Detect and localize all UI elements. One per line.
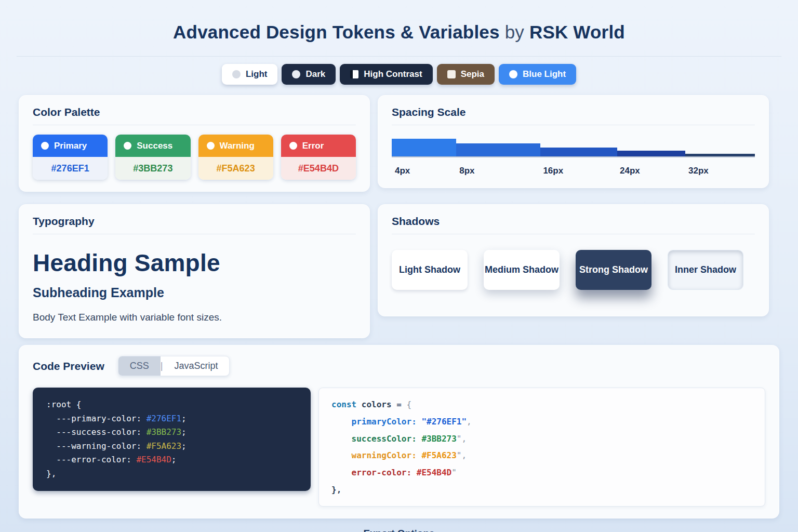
color-palette-card: Color Palette Primary #276EF1 Success #3…	[19, 95, 370, 192]
code-line: },	[331, 482, 752, 499]
spacing-label: 16px	[543, 166, 563, 176]
code-line: successColor: #3BB273",	[331, 431, 752, 448]
page-title: Advanced Design Tokens & Variables by RS…	[0, 22, 798, 43]
code-line: ---success-color: #3BB273;	[46, 425, 297, 440]
theme-label: Light	[246, 69, 268, 79]
keyword: const	[331, 400, 356, 409]
theme-button-light[interactable]: Light	[222, 64, 278, 85]
contrast-icon	[350, 70, 358, 78]
hex-value: #E54B4D	[136, 455, 171, 464]
square-icon	[447, 70, 456, 78]
theme-label: Sepia	[461, 69, 484, 79]
spacing-scale-card: Spacing Scale 4px 8px 16px 24px 32px	[378, 95, 769, 188]
circle-icon	[232, 70, 241, 78]
shadow-box-inner: Inner Shadow	[668, 250, 743, 290]
divider	[392, 125, 755, 125]
spacing-label: 4px	[395, 166, 410, 176]
theme-label: Blue Light	[523, 69, 566, 79]
hex-value: #F5A623	[147, 441, 181, 451]
title-main: Advanced Design Tokens & Variables	[173, 22, 500, 42]
hex-value: "#276EF1"	[417, 417, 467, 427]
spacing-bar-8px	[456, 143, 540, 156]
swatch-label: Primary	[54, 141, 87, 151]
theme-label: High Contrast	[364, 69, 422, 79]
divider	[33, 234, 356, 234]
swatch-hex-value: #E54B4D	[298, 163, 339, 174]
code-line: const colors = {	[331, 396, 752, 414]
shadow-box-strong: Strong Shadow	[576, 250, 651, 290]
css-code-block: :root { ---primary-color: #276EF1; ---su…	[33, 388, 311, 491]
swatch-success[interactable]: Success #3BB273	[115, 135, 190, 180]
spacing-bar-16px	[540, 148, 617, 156]
property-key: primaryColor:	[331, 417, 417, 427]
circle-icon	[207, 142, 215, 150]
theme-button-high-contrast[interactable]: High Contrast	[340, 64, 432, 85]
divider	[33, 125, 356, 125]
swatch-label: Success	[137, 141, 172, 151]
title-by: by	[505, 22, 524, 42]
swatch-error[interactable]: Error #E54B4D	[281, 135, 356, 180]
circle-icon	[509, 70, 517, 78]
circle-icon	[124, 142, 131, 150]
divider	[392, 234, 755, 234]
theme-button-sepia[interactable]: Sepia	[437, 64, 495, 85]
shadow-box-medium: Medium Shadow	[484, 250, 560, 290]
spacing-bars	[392, 139, 755, 157]
spacing-label: 24px	[620, 166, 640, 176]
typography-body-sample: Body Text Example with variable font siz…	[33, 312, 356, 326]
hex-value: #3BB273	[147, 427, 181, 437]
shadows-title: Shadows	[392, 215, 755, 228]
export-options-title: Export Options	[363, 528, 434, 532]
shadows-card: Shadows Light Shadow Medium Shadow Stron…	[378, 204, 769, 316]
typography-subheading-sample: Subheading Example	[33, 285, 356, 300]
property-key: warningColor:	[331, 450, 417, 460]
code-line: primaryColor: "#276EF1",	[331, 414, 752, 431]
shadow-samples: Light Shadow Medium Shadow Strong Shadow…	[392, 250, 755, 304]
javascript-code-block: const colors = { primaryColor: "#276EF1"…	[318, 388, 765, 507]
theme-button-blue-light[interactable]: Blue Light	[499, 64, 576, 85]
code-line: },	[46, 467, 297, 481]
swatch-label: Error	[302, 141, 324, 151]
code-line: error-color: #E54B4D"	[331, 464, 752, 482]
spacing-scale-title: Spacing Scale	[392, 106, 755, 118]
page-header: Advanced Design Tokens & Variables by RS…	[0, 0, 798, 43]
shadow-box-light: Light Shadow	[392, 250, 468, 290]
swatch-hex-value: #276EF1	[51, 163, 89, 174]
hex-value: #276EF1	[147, 414, 181, 423]
swatch-label: Warning	[220, 141, 255, 151]
swatch-hex-value: #3BB273	[133, 163, 172, 174]
spacing-bar-24px	[617, 151, 686, 156]
code-line: :root {	[46, 398, 297, 412]
code-line: ---error-color: #E54B4D;	[46, 453, 297, 467]
circle-icon	[292, 70, 300, 78]
code-line: warningColor: #F5A623",	[331, 447, 752, 464]
theme-button-dark[interactable]: Dark	[282, 64, 336, 85]
property-key: successColor:	[331, 434, 417, 444]
header-divider	[17, 56, 781, 57]
spacing-bar-4px	[392, 139, 456, 156]
code-preview-card: Code Preview CSS | JavaScript :root { --…	[19, 345, 779, 518]
hex-value: #3BB273	[417, 434, 457, 444]
code-line: ---primary-color: #276EF1;	[46, 412, 297, 426]
export-options-header: Export Options	[0, 528, 798, 532]
code-language-tabs: CSS | JavaScript	[118, 356, 230, 376]
typography-heading-sample: Heading Sample	[33, 249, 356, 277]
tab-css[interactable]: CSS	[118, 356, 161, 376]
theme-label: Dark	[305, 69, 325, 79]
swatch-warning[interactable]: Warning #F5A623	[198, 135, 273, 180]
circle-icon	[289, 142, 297, 150]
property-key: error-color:	[331, 468, 411, 477]
typography-title: Typography	[33, 215, 356, 228]
code-line: ---warning-color: #F5A623;	[46, 440, 297, 454]
code-preview-title: Code Preview	[33, 360, 104, 373]
typography-card: Typography Heading Sample Subheading Exa…	[19, 204, 370, 338]
circle-icon	[41, 142, 49, 150]
spacing-labels: 4px 8px 16px 24px 32px	[392, 166, 755, 176]
tab-javascript[interactable]: JavaScript	[163, 356, 229, 376]
swatch-hex-value: #F5A623	[217, 163, 255, 174]
swatch-primary[interactable]: Primary #276EF1	[33, 135, 108, 180]
spacing-label: 8px	[459, 166, 474, 176]
title-brand: RSK World	[529, 22, 625, 42]
swatch-grid: Primary #276EF1 Success #3BB273 Warnin	[33, 135, 356, 180]
spacing-label: 32px	[688, 166, 709, 176]
